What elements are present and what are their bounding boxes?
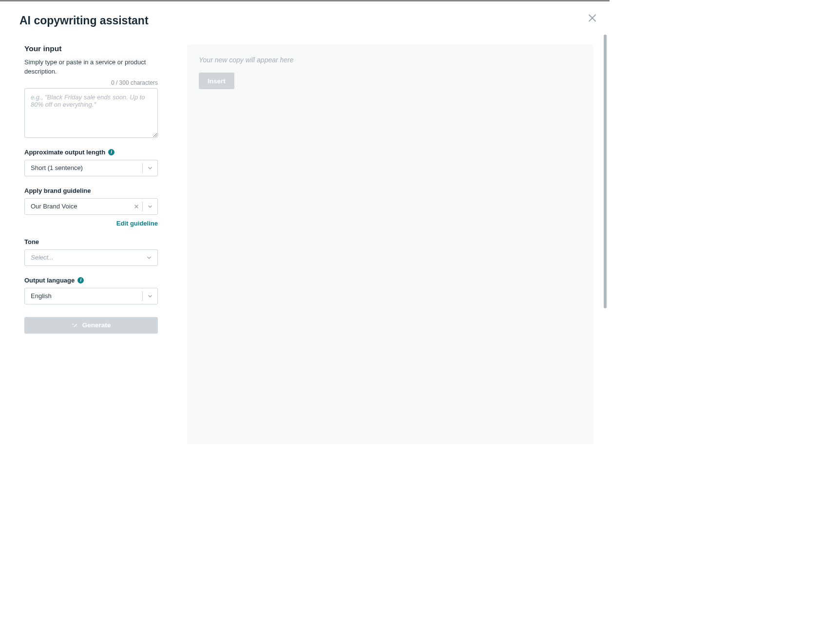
chevron-down-icon — [141, 250, 157, 265]
output-placeholder: Your new copy will appear here — [199, 56, 581, 64]
language-value: English — [25, 288, 142, 304]
generate-button[interactable]: Generate — [24, 317, 158, 334]
language-select[interactable]: English — [24, 288, 158, 304]
tone-placeholder: Select... — [25, 250, 141, 265]
insert-button[interactable]: Insert — [199, 73, 234, 89]
brand-select[interactable]: Our Brand Voice — [24, 198, 158, 215]
brand-value: Our Brand Voice — [25, 199, 131, 214]
input-heading: Your input — [24, 44, 158, 53]
tone-select[interactable]: Select... — [24, 249, 158, 266]
modal-title: AI copywriting assistant — [19, 14, 149, 27]
insert-label: Insert — [208, 77, 226, 85]
input-description: Simply type or paste in a service or pro… — [24, 58, 158, 76]
magic-wand-icon — [72, 322, 78, 329]
tone-label: Tone — [24, 238, 39, 245]
language-label: Output language — [24, 277, 75, 284]
info-icon[interactable]: i — [108, 149, 115, 155]
close-icon — [587, 12, 599, 24]
input-panel: Your input Simply type or paste in a ser… — [24, 44, 158, 444]
length-value: Short (1 sentence) — [25, 160, 142, 176]
chevron-down-icon — [143, 160, 157, 176]
description-input[interactable] — [24, 88, 158, 138]
ai-copywriting-modal: AI copywriting assistant Your input Simp… — [0, 1, 610, 464]
edit-guideline-link[interactable]: Edit guideline — [116, 220, 158, 227]
close-button[interactable] — [587, 12, 599, 24]
clear-brand-button[interactable] — [131, 199, 142, 214]
chevron-down-icon — [143, 288, 157, 304]
info-icon[interactable]: i — [77, 277, 84, 283]
generate-label: Generate — [82, 321, 111, 329]
chevron-down-icon — [143, 199, 157, 214]
output-panel: Your new copy will appear here Insert — [187, 44, 593, 444]
modal-scrollbar[interactable] — [604, 35, 607, 308]
length-label: Approximate output length — [24, 149, 105, 156]
length-select[interactable]: Short (1 sentence) — [24, 160, 158, 176]
brand-label: Apply brand guideline — [24, 187, 91, 194]
char-counter: 0 / 300 characters — [24, 79, 158, 86]
